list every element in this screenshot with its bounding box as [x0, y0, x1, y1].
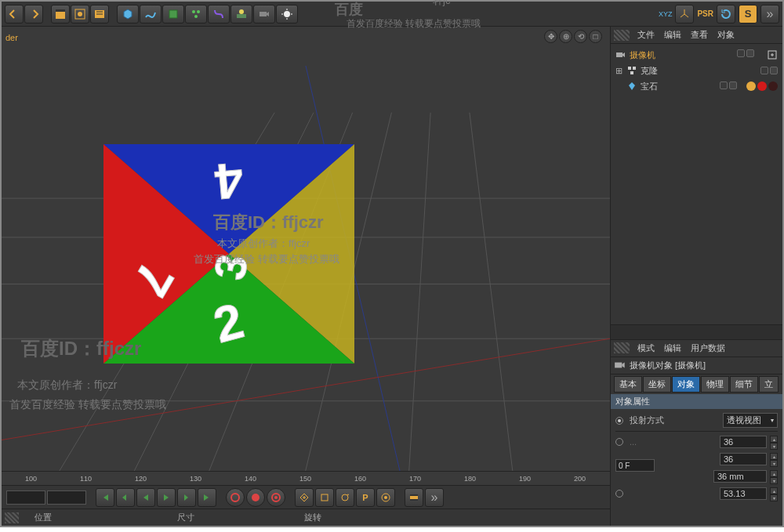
frame-start-field[interactable] [6, 490, 45, 505]
axis-icon[interactable] [675, 5, 694, 24]
render-icon[interactable] [71, 5, 89, 24]
radio-field[interactable] [615, 490, 623, 498]
menu-view[interactable]: 查看 [686, 29, 713, 41]
spinner-up[interactable]: ▴ [770, 453, 778, 460]
num-field-3[interactable]: 36 mm [713, 470, 767, 483]
camera-icon [615, 49, 626, 60]
radio-projection[interactable] [615, 417, 623, 425]
tab-physics[interactable]: 物理 [701, 376, 729, 393]
spinner-down[interactable]: ▾ [770, 460, 778, 467]
material-swatch[interactable] [746, 81, 756, 91]
autokey-button[interactable] [246, 488, 265, 507]
menu-edit[interactable]: 编辑 [659, 29, 686, 41]
deformer-icon[interactable] [208, 5, 230, 24]
hatch-icon [614, 30, 630, 41]
spinner-up[interactable]: ▴ [770, 470, 778, 477]
svg-rect-49 [630, 71, 633, 74]
rot-label: 旋转 [304, 512, 321, 523]
viewport-pan-icon[interactable]: ✥ [544, 30, 557, 43]
viewfinder-icon[interactable] [767, 49, 778, 60]
psr-label: PSR [697, 9, 713, 18]
svg-line-19 [470, 113, 517, 471]
material-swatch[interactable] [757, 81, 767, 91]
num-field-2[interactable]: 36 [720, 453, 767, 465]
script-icon[interactable]: S [739, 5, 757, 24]
transport-chevron-icon[interactable]: » [425, 488, 444, 507]
viewport-zoom-icon[interactable]: ⊕ [559, 30, 572, 43]
object-tree[interactable]: 摄像机 ⊞ 克隆 宝石 [611, 44, 782, 138]
goto-start-button[interactable] [96, 488, 114, 507]
attr-menu-mode[interactable]: 模式 [633, 342, 659, 354]
viewport-orbit-icon[interactable]: ⟲ [574, 30, 587, 43]
viewport-maximize-icon[interactable]: □ [589, 30, 602, 43]
key-scale-button[interactable] [315, 488, 334, 507]
keyframe-sel-button[interactable] [267, 488, 285, 507]
pyramid-shape: 4 7 2 3 [80, 121, 378, 387]
key-pos-button[interactable] [295, 488, 314, 507]
spinner-down[interactable]: ▾ [770, 443, 778, 450]
play-button[interactable] [157, 488, 176, 507]
menu-file[interactable]: 文件 [633, 29, 659, 41]
psr-reset-icon[interactable] [717, 5, 735, 24]
radio-field[interactable] [615, 438, 623, 446]
svg-point-10 [239, 9, 244, 14]
tab-detail[interactable]: 细节 [730, 376, 758, 393]
svg-line-18 [407, 113, 430, 471]
record-button[interactable] [226, 488, 245, 507]
viewport-nav: ✥ ⊕ ⟲ □ [544, 30, 602, 43]
redo-button[interactable] [24, 5, 43, 24]
frame-end-field[interactable] [47, 490, 86, 505]
section-object-props: 对象属性 [611, 394, 782, 409]
timeline-ruler[interactable]: 100 110 120 130 140 150 160 170 180 190 … [2, 471, 610, 485]
undo-button[interactable] [5, 5, 24, 24]
spinner-up[interactable]: ▴ [770, 436, 778, 443]
spinner-down[interactable]: ▾ [770, 477, 778, 484]
cloner-icon [626, 65, 637, 76]
tree-row-gem[interactable]: 宝石 [615, 78, 778, 94]
nurbs-icon[interactable] [162, 5, 184, 24]
projection-select[interactable]: 透视视图▾ [723, 413, 778, 428]
toolbar-chevron-icon[interactable]: » [760, 5, 779, 24]
clapper-icon[interactable] [51, 5, 70, 24]
render-settings-icon[interactable] [90, 5, 109, 24]
prev-key-button[interactable] [116, 488, 135, 507]
key-pla-button[interactable] [376, 488, 395, 507]
spinner-up[interactable]: ▴ [770, 487, 778, 494]
light-icon[interactable] [276, 5, 298, 24]
pos-label: 位置 [34, 512, 52, 523]
tree-row-camera[interactable]: 摄像机 [615, 47, 778, 63]
svg-point-12 [284, 11, 290, 17]
current-frame-field[interactable]: 0 F [615, 459, 655, 472]
play-back-button[interactable] [136, 488, 155, 507]
tab-stereo[interactable]: 立 [759, 376, 779, 393]
num-field-4[interactable]: 53.13 [720, 487, 767, 500]
spline-icon[interactable] [140, 5, 162, 24]
num-field-1[interactable]: 36 [720, 436, 767, 448]
svg-point-7 [197, 10, 200, 13]
next-key-button[interactable] [177, 488, 196, 507]
filmstrip-icon[interactable] [405, 488, 423, 507]
goto-end-button[interactable] [198, 488, 216, 507]
attr-menu-userdata[interactable]: 用户数据 [686, 342, 730, 354]
environment-icon[interactable] [230, 5, 252, 24]
material-swatch[interactable] [768, 81, 778, 91]
tab-basic[interactable]: 基本 [614, 376, 642, 393]
svg-text:4: 4 [212, 152, 245, 211]
tab-coord[interactable]: 坐标 [643, 376, 671, 393]
camera-icon[interactable] [253, 5, 275, 24]
viewport[interactable]: der ✥ ⊕ ⟲ □ [2, 27, 610, 471]
attr-menu-edit[interactable]: 编辑 [659, 342, 686, 354]
cube-primitive-icon[interactable] [117, 5, 139, 24]
key-param-button[interactable]: P [356, 488, 375, 507]
spinner-down[interactable]: ▾ [770, 494, 778, 501]
mograph-icon[interactable] [185, 5, 207, 24]
attribute-manager: 模式 编辑 用户数据 摄像机对象 [摄像机] 基本 坐标 对象 物理 细节 立 … [611, 340, 782, 527]
menu-object[interactable]: 对象 [713, 29, 739, 41]
transport-bar: P » [2, 485, 610, 508]
projection-label: 投射方式 [630, 414, 664, 426]
tree-row-cloner[interactable]: ⊞ 克隆 [615, 63, 778, 78]
svg-point-35 [252, 494, 260, 501]
key-rot-button[interactable] [336, 488, 354, 507]
tab-object[interactable]: 对象 [672, 376, 700, 393]
svg-point-37 [274, 496, 278, 499]
